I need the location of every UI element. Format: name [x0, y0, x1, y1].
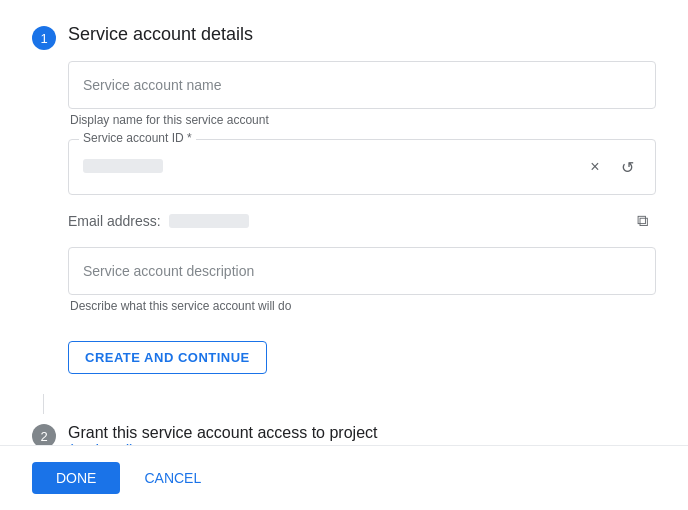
service-account-description-group: Describe what this service account will … [68, 247, 656, 313]
cancel-button[interactable]: CANCEL [128, 462, 217, 494]
service-account-name-input[interactable] [68, 61, 656, 109]
step-2-title: Grant this service account access to pro… [68, 424, 377, 441]
email-label: Email address: [68, 213, 161, 229]
step-1-title: Service account details [68, 24, 656, 45]
service-account-id-value [83, 159, 577, 176]
refresh-id-button[interactable]: ↺ [613, 153, 641, 181]
copy-email-button[interactable]: ⧉ [628, 207, 656, 235]
service-account-name-helper: Display name for this service account [68, 113, 656, 127]
done-button[interactable]: DONE [32, 462, 120, 494]
service-account-description-helper: Describe what this service account will … [68, 299, 656, 313]
step-connector-1-2 [43, 394, 44, 414]
service-account-name-group: Display name for this service account [68, 61, 656, 127]
email-value-container: ⧉ [169, 207, 656, 235]
email-address-row: Email address: ⧉ [68, 207, 656, 235]
service-account-description-input[interactable] [68, 247, 656, 295]
required-star: * [187, 131, 192, 145]
step-1-row: 1 Service account details Display name f… [32, 24, 656, 382]
email-blurred-value [169, 214, 249, 228]
step-1-number: 1 [32, 26, 56, 50]
step-1-content: Service account details Display name for… [68, 24, 656, 382]
bottom-bar: DONE CANCEL [0, 445, 688, 510]
service-account-id-group: Service account ID * × ↺ [68, 139, 656, 195]
service-account-id-blurred [83, 159, 163, 173]
service-account-id-label: Service account ID * [79, 131, 196, 145]
service-account-id-input-row: × ↺ [83, 153, 641, 181]
clear-id-button[interactable]: × [581, 153, 609, 181]
create-and-continue-button[interactable]: CREATE AND CONTINUE [68, 341, 267, 374]
service-account-id-field: Service account ID * × ↺ [68, 139, 656, 195]
